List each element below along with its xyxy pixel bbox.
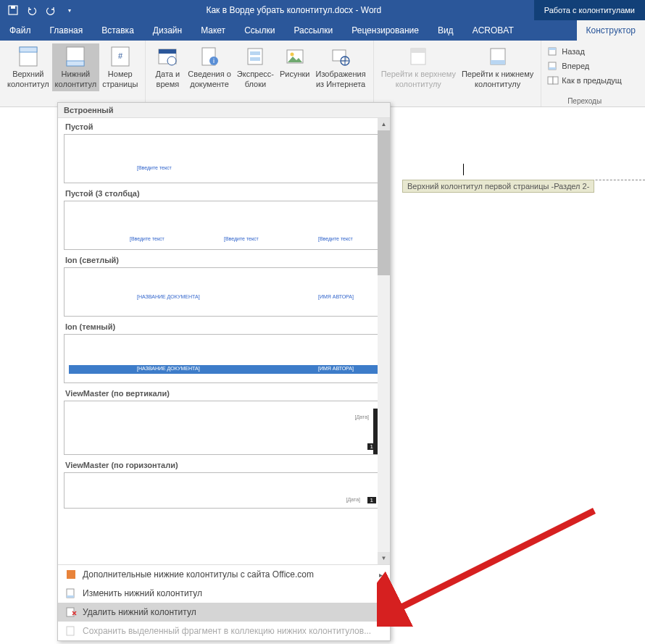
goto-footer-icon: [486, 45, 509, 68]
nav-forward-icon: [547, 60, 559, 72]
nav-back-label: Назад: [562, 47, 585, 56]
placeholder-text: [ИМЯ АВТОРА]: [318, 366, 354, 371]
placeholder-text: [Дата]: [346, 497, 360, 502]
page-number-icon: #: [109, 45, 132, 68]
svg-rect-22: [411, 49, 425, 53]
gallery-body: Пустой [Введите текст Пустой (3 столбца)…: [58, 118, 390, 564]
goto-header-label: Перейти к верхнему колонтитулу: [381, 70, 456, 90]
pictures-button[interactable]: Рисунки: [277, 43, 313, 91]
header-button[interactable]: Верхний колонтитул: [4, 43, 52, 91]
preset-preview-blank[interactable]: [Введите текст: [64, 134, 384, 183]
svg-rect-5: [67, 61, 84, 66]
preset-title-5: ViewMaster (по горизонтали): [64, 456, 384, 472]
svg-rect-24: [491, 60, 505, 64]
text-cursor: [463, 164, 645, 175]
scroll-thumb[interactable]: [378, 130, 390, 275]
preset-title-3: Ion (темный): [64, 318, 384, 334]
placeholder-text: [Дата]: [355, 414, 369, 419]
doc-info-button[interactable]: i Сведения о документе: [185, 43, 233, 91]
tab-insert[interactable]: Вставка: [92, 20, 143, 41]
svg-point-18: [290, 53, 294, 57]
remove-footer-button[interactable]: Удалить нижний колонтитул: [58, 603, 390, 622]
tab-acrobat[interactable]: ACROBAT: [463, 20, 523, 41]
edit-footer-button[interactable]: Изменить нижний колонтитул: [58, 584, 390, 603]
placeholder-text: [НАЗВАНИЕ ДОКУМЕНТА]: [137, 294, 200, 299]
title-bar: ▾ Как в Ворде убрать колонтитул.docx - W…: [0, 0, 645, 20]
preset-preview-ion-light[interactable]: [НАЗВАНИЕ ДОКУМЕНТА] [ИМЯ АВТОРА]: [64, 267, 384, 317]
svg-rect-1: [11, 6, 15, 9]
save-icon[interactable]: [4, 1, 22, 19]
svg-rect-9: [159, 49, 176, 54]
date-time-button[interactable]: Дата и время: [150, 43, 185, 91]
svg-text:i: i: [213, 57, 215, 64]
more-from-office-button[interactable]: Дополнительные нижние колонтитулы с сайт…: [58, 565, 390, 584]
nav-link-previous-label: Как в предыдущ: [562, 76, 622, 85]
placeholder-text: [Введите текст: [224, 236, 259, 241]
tab-layout[interactable]: Макет: [191, 20, 235, 41]
svg-rect-35: [67, 627, 74, 635]
pictures-label: Рисунки: [280, 70, 310, 80]
ribbon-tabs: Файл Главная Вставка Дизайн Макет Ссылки…: [0, 20, 645, 41]
save-selection-button: Сохранить выделенный фрагмент в коллекци…: [58, 622, 390, 640]
goto-footer-label: Перейти к нижнему колонтитулу: [462, 70, 533, 90]
placeholder-text: [Введите текст: [318, 236, 353, 241]
date-time-label: Дата и время: [156, 70, 180, 90]
preset-preview-vm-vertical[interactable]: [Дата] 1: [64, 401, 384, 455]
scroll-up-icon[interactable]: ▲: [378, 118, 390, 130]
svg-rect-28: [549, 67, 556, 70]
svg-rect-29: [548, 77, 553, 84]
online-pictures-icon: [329, 45, 352, 68]
tab-references[interactable]: Ссылки: [235, 20, 284, 41]
preset-preview-vm-horizontal[interactable]: [Дата] 1: [64, 472, 384, 509]
footer-button[interactable]: Нижний колонтитул: [52, 43, 100, 91]
doc-info-label: Сведения о документе: [188, 70, 230, 90]
page-number-button[interactable]: # Номер страницы: [99, 43, 141, 91]
ribbon: Верхний колонтитул Нижний колонтитул # Н…: [0, 41, 645, 107]
gallery-scrollbar[interactable]: ▲ ▼: [378, 118, 390, 564]
tab-mailings[interactable]: Рассылки: [284, 20, 342, 41]
office-icon: [65, 569, 77, 580]
goto-header-icon: [407, 45, 430, 68]
nav-link-previous-button[interactable]: Как в предыдущ: [546, 74, 623, 87]
page-num-badge: 1: [367, 443, 376, 450]
quick-parts-button[interactable]: Экспресс- блоки: [234, 43, 277, 91]
nav-forward-button[interactable]: Вперед: [546, 59, 623, 72]
undo-icon[interactable]: [23, 1, 41, 19]
contextual-tab-title: Работа с колонтитулами: [534, 0, 645, 20]
quick-parts-icon: [244, 45, 267, 68]
more-from-office-label: Дополнительные нижние колонтитулы с сайт…: [83, 569, 314, 580]
submenu-arrow-icon: ▸: [379, 571, 383, 579]
tab-file[interactable]: Файл: [0, 20, 41, 41]
tab-home[interactable]: Главная: [41, 20, 93, 41]
svg-rect-30: [553, 77, 558, 84]
date-time-icon: [156, 45, 179, 68]
quick-access-toolbar: ▾: [0, 1, 83, 19]
document-page: Верхний колонтитул первой страницы -Разд…: [402, 107, 645, 175]
nav-forward-label: Вперед: [562, 62, 589, 70]
tab-view[interactable]: Вид: [428, 20, 463, 41]
preset-title-0: Пустой: [64, 118, 384, 134]
placeholder-text: [Введите текст: [137, 165, 172, 170]
scroll-track[interactable]: [378, 275, 390, 552]
header-icon: [17, 45, 40, 68]
redo-icon[interactable]: [42, 1, 59, 19]
save-selection-label: Сохранить выделенный фрагмент в коллекци…: [83, 626, 371, 636]
online-pictures-button[interactable]: Изображения из Интернета: [313, 43, 369, 91]
nav-back-button[interactable]: Назад: [546, 45, 623, 58]
preset-preview-blank3[interactable]: [Введите текст [Введите текст [Введите т…: [64, 201, 384, 250]
svg-rect-33: [67, 595, 74, 598]
link-previous-icon: [547, 75, 559, 86]
goto-header-button: Перейти к верхнему колонтитулу: [378, 43, 459, 91]
preset-preview-ion-dark[interactable]: [НАЗВАНИЕ ДОКУМЕНТА] [ИМЯ АВТОРА]: [64, 334, 384, 383]
remove-footer-icon: [65, 606, 77, 618]
remove-footer-label: Удалить нижний колонтитул: [83, 607, 196, 617]
tab-design[interactable]: Дизайн: [143, 20, 191, 41]
footer-icon: [64, 45, 87, 68]
customize-qat-icon[interactable]: ▾: [61, 1, 78, 19]
svg-rect-3: [20, 47, 37, 52]
goto-footer-button[interactable]: Перейти к нижнему колонтитулу: [459, 43, 536, 91]
tab-designer[interactable]: Конструктор: [577, 20, 645, 41]
tab-review[interactable]: Рецензирование: [342, 20, 428, 41]
scroll-down-icon[interactable]: ▼: [378, 552, 390, 564]
header-section-tag: Верхний колонтитул первой страницы -Разд…: [402, 180, 594, 193]
